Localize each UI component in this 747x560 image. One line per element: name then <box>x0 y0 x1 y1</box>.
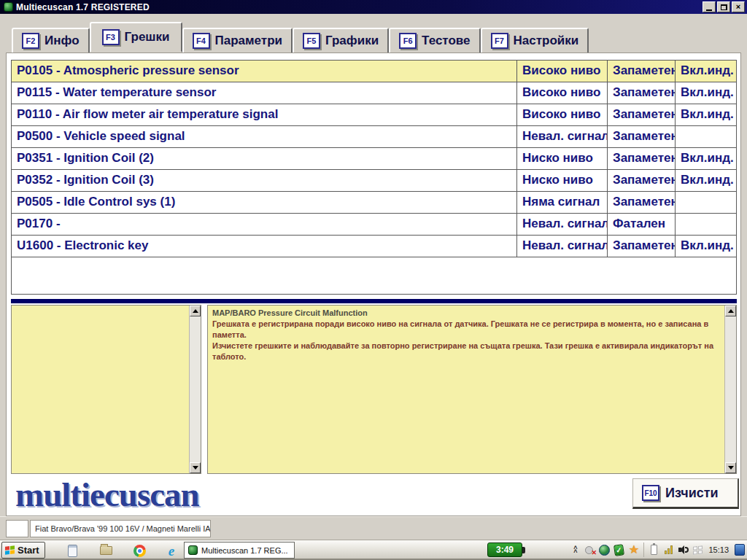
freeze-frame-panel[interactable] <box>11 305 201 474</box>
cell-code: P0352 - Ignition Coil (3) <box>12 170 517 191</box>
description-text: MAP/BARO Pressure Circuit Malfunction Гр… <box>208 306 724 473</box>
app-window: Multiecuscan 1.7 REGISTERED × F2 Инфо F3… <box>0 0 747 560</box>
cell-code: U1600 - Electronic key <box>12 236 517 257</box>
table-row[interactable]: P0500 - Vehicle speed signalНевал. сигна… <box>12 126 736 148</box>
arrow-up-icon <box>193 309 198 313</box>
restore-button[interactable] <box>717 1 730 12</box>
scroll-up-button[interactable] <box>725 306 736 316</box>
tray-volume[interactable] <box>677 544 689 556</box>
cell-status: Високо ниво <box>517 61 608 82</box>
tray-divider <box>643 542 644 557</box>
battery-icon <box>651 545 657 555</box>
chevron-up-icon: ˄˄ <box>573 546 577 553</box>
tab-graphs[interactable]: F5 Графики <box>293 28 389 52</box>
table-row[interactable]: P0352 - Ignition Coil (3)Ниско нивоЗапам… <box>12 170 736 192</box>
description-panel[interactable]: MAP/BARO Pressure Circuit Malfunction Гр… <box>207 305 737 474</box>
description-scrollbar[interactable] <box>724 306 736 473</box>
table-row[interactable]: P0115 - Water temperature sensorВисоко н… <box>12 82 736 104</box>
document-icon <box>68 545 77 557</box>
taskbar-button-multiecuscan[interactable]: Multiecuscan 1.7 REG... <box>184 542 295 559</box>
star-icon: ★ <box>629 544 639 556</box>
close-button[interactable]: × <box>732 1 745 12</box>
cell-indicator: Вкл.инд. <box>676 170 736 191</box>
title-bar[interactable]: Multiecuscan 1.7 REGISTERED × <box>0 0 747 14</box>
cell-indicator: Вкл.инд. <box>676 82 736 104</box>
chrome-launcher-icon[interactable] <box>131 542 147 559</box>
tray-offline-status[interactable] <box>584 544 596 556</box>
tab-strip: F2 Инфо F3 Грешки F4 Параметри F5 График… <box>12 22 589 52</box>
arrow-up-icon <box>728 309 734 313</box>
globe-icon <box>599 545 610 556</box>
clear-errors-button[interactable]: F10 Изчисти <box>632 478 739 509</box>
cell-status: Високо ниво <box>517 104 608 125</box>
left-panel-scrollbar[interactable] <box>189 306 201 473</box>
f10-key-icon: F10 <box>642 485 659 501</box>
scroll-up-button[interactable] <box>190 306 201 316</box>
table-row[interactable]: P0505 - Idle Control sys (1)Няма сигналЗ… <box>12 192 736 214</box>
show-desktop-button[interactable] <box>733 544 746 556</box>
table-row[interactable]: U1600 - Electronic keyНевал. сигналЗапам… <box>12 236 736 257</box>
tray-expand-button[interactable]: ˄˄ <box>569 544 581 556</box>
minimize-button[interactable] <box>703 1 716 12</box>
table-row[interactable]: P0170 -Невал. сигналФатален <box>12 214 736 236</box>
cell-status: Ниско ниво <box>517 170 608 191</box>
minimize-icon <box>706 9 712 11</box>
main-panel: P0105 - Atmospheric pressure sensorВисок… <box>6 52 741 516</box>
windows-logo-icon <box>693 545 703 554</box>
tray-windows-update[interactable] <box>692 544 704 556</box>
window-title: Multiecuscan 1.7 REGISTERED <box>16 2 150 12</box>
windows-flag-icon <box>5 545 15 554</box>
f3-key-icon: F3 <box>102 29 120 45</box>
tab-info[interactable]: F2 Инфо <box>12 28 90 52</box>
cell-memory: Запаметен <box>608 82 676 104</box>
scroll-down-button[interactable] <box>725 462 736 473</box>
start-button[interactable]: Start <box>1 542 45 559</box>
cell-code: P0105 - Atmospheric pressure sensor <box>12 61 517 82</box>
desktop-monitor-icon <box>735 544 745 556</box>
folder-launcher-icon[interactable] <box>98 542 114 559</box>
taskbar-clock: 15:13 <box>706 545 731 554</box>
cell-status: Високо ниво <box>517 82 608 104</box>
cell-indicator: Вкл.инд. <box>676 236 736 257</box>
tab-errors[interactable]: F3 Грешки <box>90 22 182 52</box>
cell-memory: Запаметен <box>608 104 676 125</box>
cell-status: Няма сигнал <box>517 192 608 213</box>
arrow-down-icon <box>193 466 198 470</box>
separator-bar <box>11 299 737 303</box>
cell-status: Невал. сигнал <box>517 214 608 235</box>
table-row[interactable]: P0351 - Ignition Coil (2)Ниско нивоЗапам… <box>12 148 736 170</box>
error-table-body: P0105 - Atmospheric pressure sensorВисок… <box>12 61 736 257</box>
cell-code: P0500 - Vehicle speed signal <box>12 126 517 147</box>
system-tray: ˄˄ ✓ ★ 15:13 <box>569 540 747 559</box>
f6-key-icon: F6 <box>399 33 417 49</box>
cell-memory: Фатален <box>608 214 676 235</box>
cell-indicator <box>676 192 736 213</box>
cell-memory: Запаметен <box>608 148 676 169</box>
scroll-down-button[interactable] <box>190 462 201 473</box>
tray-network-app[interactable] <box>598 544 611 556</box>
tray-signal-status[interactable] <box>662 544 675 556</box>
tray-favorites-app[interactable]: ★ <box>627 544 640 556</box>
close-icon: × <box>736 3 740 11</box>
device-launcher-icon[interactable] <box>64 542 80 559</box>
cell-indicator: Вкл.инд. <box>676 148 736 169</box>
tab-tests[interactable]: F6 Тестове <box>389 28 480 52</box>
ie-launcher-icon[interactable]: e <box>163 542 179 559</box>
cell-code: P0170 - <box>12 214 517 235</box>
tray-phone-app[interactable]: ✓ <box>613 544 625 556</box>
phone-check-icon: ✓ <box>614 544 624 556</box>
tray-battery-status[interactable] <box>648 544 660 556</box>
cell-status: Невал. сигнал <box>517 126 608 147</box>
cell-status: Ниско ниво <box>517 148 608 169</box>
cell-code: P0505 - Idle Control sys (1) <box>12 192 517 213</box>
status-bar: Fiat Bravo/Brava '99 100 16V / Magneti M… <box>0 516 747 540</box>
table-row[interactable]: P0105 - Atmospheric pressure sensorВисок… <box>12 61 736 82</box>
cell-memory: Запаметен <box>608 192 676 213</box>
cell-memory: Запаметен <box>608 170 676 191</box>
tab-parameters[interactable]: F4 Параметри <box>182 28 293 52</box>
table-row[interactable]: P0110 - Air flow meter air temperature s… <box>12 104 736 126</box>
cell-memory: Запаметен <box>608 61 676 82</box>
tab-settings[interactable]: F7 Настройки <box>481 28 589 52</box>
battery-timer-indicator[interactable]: 3:49 <box>487 542 522 557</box>
network-disconnected-icon <box>585 545 595 554</box>
